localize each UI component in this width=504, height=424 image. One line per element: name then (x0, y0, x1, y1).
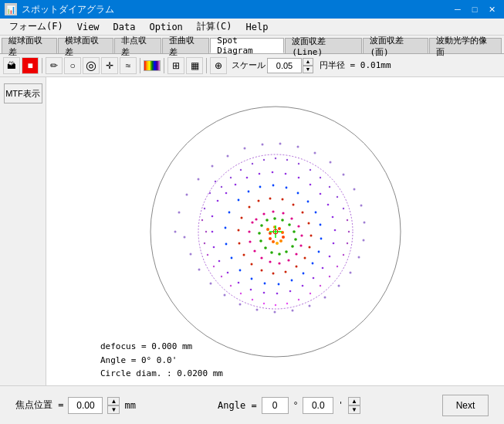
svg-point-59 (297, 176, 299, 178)
svg-point-127 (264, 246, 267, 249)
info-angle: Angle = 0° 0.0' (100, 354, 223, 368)
minimize-button[interactable]: ─ (450, 2, 465, 16)
svg-point-38 (216, 199, 218, 202)
separator-1 (42, 58, 42, 73)
toolbar-btn-grid[interactable]: ⊞ (167, 57, 184, 74)
angle-input-2[interactable] (303, 397, 333, 414)
menu-view[interactable]: View (71, 20, 106, 34)
maximize-button[interactable]: □ (467, 2, 482, 16)
svg-point-68 (225, 243, 227, 245)
menu-calc[interactable]: 計算(C) (191, 19, 238, 35)
svg-point-110 (253, 249, 255, 252)
svg-point-51 (321, 266, 323, 269)
svg-point-74 (290, 279, 293, 281)
svg-point-64 (234, 183, 236, 185)
tab-distortion[interactable]: 歪曲収差 (162, 38, 209, 53)
svg-point-50 (312, 276, 314, 279)
toolbar: 🏔 ■ ✏ ○ ◎ ✛ ≈ ⊞ ▦ ⊕ スケール ▲ ▼ 円半径 = 0.01m… (0, 54, 504, 77)
tab-wavefront-surface[interactable]: 波面収差(面) (363, 38, 428, 53)
main-area: MTF表示 (0, 77, 504, 385)
svg-point-123 (255, 218, 257, 220)
menu-data[interactable]: Data (107, 20, 142, 34)
svg-point-138 (266, 228, 269, 231)
svg-point-65 (225, 192, 227, 194)
toolbar-btn-crosshair[interactable]: ⊕ (210, 57, 227, 74)
toolbar-btn-2[interactable]: ■ (22, 57, 39, 74)
svg-point-108 (248, 230, 250, 232)
svg-point-14 (274, 304, 276, 305)
svg-point-107 (251, 221, 253, 223)
svg-point-82 (296, 192, 299, 194)
svg-point-54 (333, 229, 336, 231)
svg-point-118 (297, 225, 299, 227)
focal-down-button[interactable]: ▼ (107, 405, 120, 414)
svg-point-52 (328, 255, 330, 257)
svg-point-49 (301, 284, 303, 287)
svg-point-91 (242, 253, 245, 256)
toolbar-btn-chart[interactable]: ▦ (186, 57, 203, 74)
tab-wave-optics[interactable]: 波動光学的像面 (429, 38, 502, 53)
svg-point-75 (302, 272, 304, 274)
toolbar-btn-pen[interactable]: ✏ (46, 57, 63, 74)
svg-point-103 (281, 198, 283, 200)
svg-point-17 (309, 292, 310, 293)
svg-point-63 (245, 176, 248, 178)
angle-up-button[interactable]: ▲ (348, 397, 360, 405)
angle-down-button[interactable]: ▼ (348, 405, 360, 414)
toolbar-btn-circle[interactable]: ○ (64, 57, 81, 74)
mtf-button[interactable]: MTF表示 (4, 83, 42, 103)
svg-point-31 (286, 158, 287, 160)
svg-point-98 (308, 246, 310, 248)
window-icon: 📊 (5, 3, 17, 15)
tab-horizontal-spherical[interactable]: 横球面収差 (58, 38, 113, 53)
svg-point-88 (240, 216, 242, 219)
focal-up-button[interactable]: ▲ (107, 397, 120, 405)
left-panel: MTF表示 (0, 77, 46, 385)
svg-point-29 (309, 168, 310, 170)
tab-wavefront-line[interactable]: 波面収差(Line) (285, 38, 362, 53)
svg-point-35 (239, 168, 241, 170)
focal-spinner: ▲ ▼ (107, 397, 120, 414)
svg-point-176 (255, 308, 258, 310)
tab-spot-diagram[interactable]: Spot Diagram (210, 38, 284, 53)
spot-diagram-canvas (144, 100, 407, 363)
focal-input[interactable] (68, 397, 103, 414)
svg-point-182 (183, 236, 185, 238)
svg-point-87 (237, 198, 239, 201)
next-button[interactable]: Next (442, 395, 489, 416)
svg-point-129 (278, 253, 281, 256)
svg-point-154 (185, 193, 188, 195)
tab-vertical-spherical[interactable]: 縦球面収差 (2, 38, 57, 53)
scale-input[interactable] (267, 58, 302, 73)
toolbar-btn-wave[interactable]: ≈ (120, 57, 137, 74)
menu-help[interactable]: Help (240, 20, 275, 34)
svg-point-60 (284, 172, 286, 175)
scale-down-button[interactable]: ▼ (303, 66, 313, 73)
svg-point-166 (360, 204, 362, 206)
svg-point-89 (237, 229, 239, 231)
angle-input-1[interactable] (262, 397, 289, 414)
scale-up-button[interactable]: ▲ (303, 58, 313, 66)
menu-form[interactable]: フォーム(F) (3, 19, 69, 35)
svg-point-40 (211, 230, 213, 232)
svg-point-156 (211, 165, 213, 167)
svg-point-45 (249, 288, 252, 290)
svg-point-170 (349, 271, 351, 273)
svg-point-105 (257, 199, 259, 202)
tabs-row: 縦球面収差 横球面収差 非点収差 歪曲収差 Spot Diagram 波面収差(… (0, 36, 504, 54)
toolbar-btn-circle2[interactable]: ◎ (83, 57, 100, 74)
close-button[interactable]: ✕ (484, 2, 499, 16)
svg-point-114 (287, 259, 289, 261)
svg-point-67 (224, 226, 226, 229)
svg-point-7 (206, 253, 208, 255)
toolbar-btn-1[interactable]: 🏔 (3, 57, 20, 74)
svg-point-115 (295, 253, 297, 255)
svg-point-153 (178, 211, 180, 213)
svg-point-15 (286, 302, 287, 304)
toolbar-btn-plus[interactable]: ✛ (101, 57, 118, 74)
svg-point-32 (274, 157, 276, 158)
menu-option[interactable]: Option (144, 20, 189, 34)
svg-point-47 (276, 292, 278, 294)
svg-point-85 (259, 185, 261, 188)
tab-astigmatism[interactable]: 非点収差 (114, 38, 161, 53)
